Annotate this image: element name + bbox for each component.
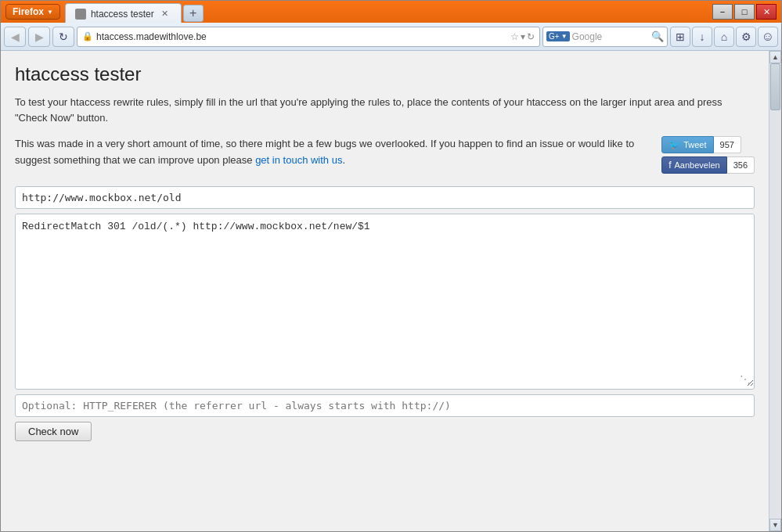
nav-extra-button-1[interactable]: ⊞ (670, 27, 690, 47)
tab-close-button[interactable]: ✕ (159, 8, 171, 20)
forward-button[interactable]: ▶ (28, 27, 50, 47)
twitter-bird-icon: 🐦 (668, 139, 680, 150)
firefox-menu-button[interactable]: Firefox (5, 4, 60, 20)
check-now-button[interactable]: Check now (15, 422, 92, 441)
search-engine-dropdown-icon[interactable]: ▼ (561, 33, 568, 40)
tweet-button[interactable]: 🐦 Tweet 957 (661, 136, 755, 153)
content-area: htaccess tester To test your htaccess re… (1, 51, 781, 531)
lock-icon: 🔒 (82, 31, 93, 41)
fb-label: Aanbevelen (675, 160, 720, 170)
social-buttons: 🐦 Tweet 957 f Aanbevelen 356 (661, 136, 755, 174)
facebook-button[interactable]: f Aanbevelen 356 (661, 156, 755, 174)
url-input[interactable] (22, 192, 748, 203)
search-engine-badge[interactable]: G+ ▼ (546, 31, 570, 41)
referer-input-box (15, 394, 755, 417)
browser-tab[interactable]: htaccess tester ✕ (65, 3, 182, 23)
facebook-icon: f (668, 160, 671, 171)
tab-title: htaccess tester (91, 9, 154, 20)
download-button[interactable]: ↓ (692, 27, 712, 47)
scroll-thumb[interactable] (770, 63, 780, 110)
intro-text: To test your htaccess rewrite rules, sim… (15, 95, 751, 125)
nav-extra-button-2[interactable]: ⚙ (736, 27, 756, 47)
bookmark-arrow-icon[interactable]: ▾ (521, 31, 525, 42)
close-button[interactable]: ✕ (756, 4, 777, 20)
scroll-track[interactable] (769, 63, 781, 519)
home-button[interactable]: ⌂ (714, 27, 734, 47)
tweet-label: Tweet (683, 140, 706, 149)
nav-bar: ◀ ▶ ↻ 🔒 htaccess.madewithlove.be ☆ ▾ ↻ G… (1, 23, 781, 51)
url-icons: ☆ ▾ ↻ (510, 31, 535, 42)
search-engine-label: G+ (549, 32, 560, 41)
bookmark-star-icon[interactable]: ☆ (510, 31, 519, 42)
scroll-down-button[interactable]: ▼ (769, 519, 781, 531)
persona-button[interactable]: ☺ (758, 27, 778, 47)
search-icon[interactable]: 🔍 (651, 31, 664, 42)
tweet-count: 957 (714, 136, 741, 153)
page-title: htaccess tester (15, 63, 755, 85)
fb-main-button[interactable]: f Aanbevelen (661, 156, 726, 174)
new-tab-button[interactable]: + (183, 5, 204, 22)
bug-text: This was made in a very short amount of … (15, 136, 649, 169)
title-bar: Firefox htaccess tester ✕ + − □ ✕ (1, 1, 781, 23)
refresh-button[interactable]: ↻ (52, 27, 74, 47)
referer-input[interactable] (22, 400, 748, 412)
social-row: This was made in a very short amount of … (15, 136, 755, 174)
minimize-button[interactable]: − (712, 4, 733, 20)
page-content: htaccess tester To test your htaccess re… (1, 51, 769, 531)
scrollbar[interactable]: ▲ ▼ (769, 51, 781, 531)
url-input-box (15, 186, 755, 209)
htaccess-textarea[interactable] (16, 214, 754, 386)
tweet-main-button[interactable]: 🐦 Tweet (661, 136, 713, 153)
back-button[interactable]: ◀ (4, 27, 26, 47)
reload-icon[interactable]: ↻ (527, 31, 535, 42)
get-in-touch-link[interactable]: get in touch with us (255, 154, 342, 166)
nav-icons: ⊞ ↓ ⌂ ⚙ ☺ (670, 27, 778, 47)
window-controls: − □ ✕ (712, 4, 777, 20)
htaccess-input-box: ⋱ (15, 214, 755, 390)
bug-text-part2: . (342, 154, 345, 166)
scroll-up-button[interactable]: ▲ (769, 51, 781, 63)
tab-favicon (75, 9, 86, 20)
search-placeholder: Google (572, 31, 649, 42)
resize-handle[interactable]: ⋱ (740, 373, 751, 386)
url-bar[interactable]: 🔒 htaccess.madewithlove.be ☆ ▾ ↻ (77, 27, 540, 47)
maximize-button[interactable]: □ (734, 4, 755, 20)
url-text: htaccess.madewithlove.be (96, 31, 507, 42)
search-bar[interactable]: G+ ▼ Google 🔍 (542, 27, 668, 47)
fb-count: 356 (727, 156, 755, 174)
